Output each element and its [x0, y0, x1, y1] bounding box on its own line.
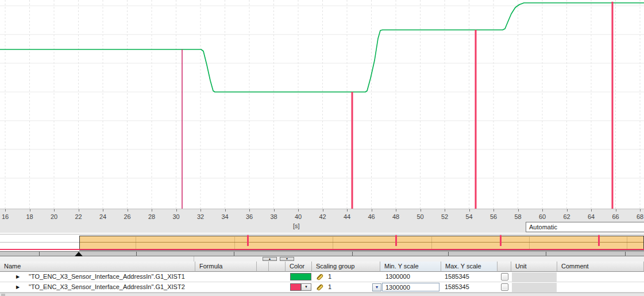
axis-tick-label: 28 — [148, 213, 155, 220]
scaling-group-icon — [317, 274, 323, 279]
scaling-group-icon — [317, 285, 323, 290]
trace-application-window: [s] Automatic 16182022242628303234363840… — [0, 0, 644, 296]
axis-tick — [640, 209, 641, 212]
ruler-tick — [546, 252, 546, 256]
axis-tick — [200, 209, 201, 212]
axis-tick-label: 24 — [99, 213, 106, 220]
unit-cell-disabled — [512, 272, 557, 282]
axis-tick-label: 62 — [563, 213, 570, 220]
splitter-divider — [194, 256, 194, 262]
column-header-formula[interactable]: Formula — [195, 262, 257, 272]
axis-tick-label: 30 — [172, 213, 179, 220]
axis-tick-label: 60 — [539, 213, 546, 220]
table-row[interactable]: ▶ "TO_ENC_X3_Sensor_Interface_AddressIn"… — [0, 282, 644, 293]
column-header-fo[interactable]: FO — [269, 262, 286, 272]
column-header-spacer — [257, 262, 269, 272]
axis-tick — [128, 209, 128, 212]
overview-gridline — [0, 234, 644, 235]
min-y-scale-input[interactable]: 1300000 — [382, 283, 439, 291]
axis-tick-label: 50 — [417, 213, 423, 220]
column-header-name[interactable]: Name — [0, 262, 195, 272]
axis-tick — [421, 209, 421, 212]
selection-start-marker[interactable] — [75, 252, 83, 256]
axis-tick-label: 56 — [490, 213, 497, 220]
axis-tick — [518, 209, 519, 212]
signal-trace-line — [0, 3, 644, 92]
axis-tick-label: 26 — [124, 213, 130, 220]
overview-gridline — [627, 237, 627, 249]
signal-name[interactable]: "TO_ENC_X3_Sensor_Interface_AddressIn".G… — [29, 282, 185, 292]
axis-tick-label: 48 — [392, 213, 399, 220]
overview-signal-line — [80, 242, 643, 243]
y100-checkbox[interactable] — [501, 273, 508, 280]
min-y-scale-value[interactable]: 1300000 — [385, 272, 410, 282]
axis-tick-label: 38 — [270, 213, 277, 220]
axis-tick-label: 58 — [514, 213, 521, 220]
axis-tick-label: 42 — [319, 213, 326, 220]
overview-ruler[interactable] — [0, 251, 644, 256]
axis-tick — [30, 209, 30, 212]
column-header-scaling-group[interactable]: Scaling group — [312, 262, 380, 272]
axis-tick — [103, 209, 103, 212]
ruler-tick — [234, 252, 234, 256]
table-splitter[interactable]: ▲ ▼ — [0, 256, 644, 262]
scaling-group-value[interactable]: 1 — [328, 272, 331, 282]
scaling-group-dropdown-button[interactable]: ▼ — [372, 283, 381, 291]
axis-tick — [225, 209, 226, 212]
trace-chart-area[interactable] — [0, 0, 644, 209]
signal-color-swatch[interactable] — [290, 273, 311, 280]
ruler-tick — [352, 252, 353, 256]
axis-tick — [396, 209, 396, 212]
axis-tick — [445, 209, 445, 212]
axis-tick — [616, 209, 616, 212]
row-gutter — [1, 294, 5, 296]
overview-gridline — [136, 237, 136, 249]
overview-gridline — [234, 237, 235, 249]
column-header-y100[interactable]: ↑y 100% — [498, 262, 511, 272]
signal-color-swatch[interactable] — [290, 283, 301, 291]
expand-row-icon[interactable]: ▶ — [16, 285, 20, 290]
overview-gridline — [431, 237, 432, 249]
overview-cursor-tick — [500, 235, 502, 246]
axis-tick — [79, 209, 79, 212]
column-header-min-y-scale[interactable]: Min. Y scale — [380, 262, 441, 272]
collapse-down-button[interactable]: ▼ — [280, 257, 294, 261]
axis-tick — [323, 209, 323, 212]
overview-cursor-tick — [395, 235, 397, 246]
overview-cursor-tick — [247, 235, 249, 246]
axis-tick-label: 34 — [221, 213, 228, 220]
axis-tick-label: 66 — [612, 213, 619, 220]
axis-tick — [542, 209, 543, 212]
max-y-scale-value[interactable]: 1585345 — [445, 272, 469, 282]
axis-tick — [5, 209, 6, 212]
color-dropdown-button[interactable]: ▼ — [301, 283, 311, 291]
y100-checkbox[interactable] — [501, 283, 508, 291]
axis-tick — [372, 209, 372, 212]
axis-tick — [298, 209, 299, 212]
overview-gridline — [333, 237, 333, 249]
column-header-unit[interactable]: Unit — [511, 262, 557, 272]
axis-tick — [567, 209, 568, 212]
max-y-scale-value[interactable]: 1585345 — [445, 282, 469, 292]
trace-overview-strip[interactable] — [0, 233, 644, 251]
expand-up-button[interactable]: ▲ — [263, 257, 277, 261]
axis-tick-label: 68 — [637, 213, 643, 220]
time-mode-dropdown[interactable]: Automatic — [526, 222, 644, 232]
axis-tick — [176, 209, 177, 212]
axis-tick-label: 36 — [246, 213, 253, 220]
signal-name[interactable]: "TO_ENC_X3_Sensor_Interface_AddressIn".G… — [29, 272, 185, 282]
unit-cell-disabled — [512, 283, 557, 292]
axis-tick-label: 64 — [588, 213, 595, 220]
column-header-max-y-scale[interactable]: Max. Y scale — [441, 262, 498, 272]
ruler-tick — [448, 252, 449, 256]
column-header-color[interactable]: Color — [286, 262, 312, 272]
axis-tick-label: 54 — [465, 213, 472, 220]
table-row[interactable]: ▶ "TO_ENC_X3_Sensor_Interface_AddressIn"… — [0, 272, 644, 282]
ruler-tick — [39, 252, 40, 256]
axis-tick-label: 22 — [75, 213, 82, 220]
scaling-group-value[interactable]: 1 — [328, 282, 331, 292]
table-row-partial[interactable] — [0, 293, 644, 296]
expand-row-icon[interactable]: ▶ — [16, 275, 20, 279]
axis-tick-label: 44 — [344, 213, 350, 220]
column-header-comment[interactable]: Comment — [557, 262, 644, 272]
